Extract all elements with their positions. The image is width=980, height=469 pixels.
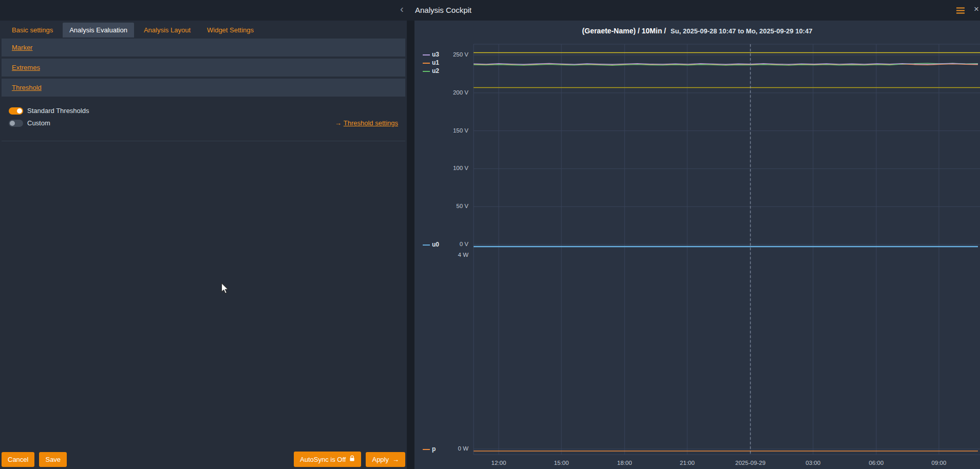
standard-thresholds-row: Standard Thresholds: [9, 107, 399, 115]
threshold-settings-link[interactable]: →Threshold settings: [335, 119, 398, 127]
custom-toggle[interactable]: [9, 120, 23, 127]
y-tick-label-power: 0 W: [458, 445, 469, 452]
legend-label-u3: u3: [432, 51, 439, 58]
apply-button[interactable]: Apply →: [366, 452, 405, 467]
y-tick-label-voltage: 0 V: [460, 241, 469, 247]
custom-label: Custom: [27, 119, 50, 127]
x-tick-label: 03:00: [806, 460, 821, 466]
page-title: Analysis Cockpit: [415, 6, 472, 14]
y-tick-label-voltage: 50 V: [456, 203, 468, 209]
settings-panel: Basic settingsAnalysis EvaluationAnalysi…: [0, 21, 407, 469]
legend-label-u1: u1: [432, 59, 439, 66]
section-marker[interactable]: Marker: [2, 39, 405, 57]
y-tick-label-voltage: 150 V: [453, 127, 468, 134]
standard-thresholds-toggle[interactable]: [9, 107, 23, 115]
section-threshold[interactable]: Threshold: [2, 79, 405, 97]
tab-basic-settings[interactable]: Basic settings: [5, 23, 60, 37]
x-tick-label: 06:00: [869, 460, 884, 466]
y-tick-label-voltage: 200 V: [453, 89, 468, 96]
x-tick-label: 09:00: [932, 460, 947, 466]
menu-icon[interactable]: [956, 7, 965, 16]
section-link-marker[interactable]: Marker: [12, 44, 32, 51]
chart-panel: (Geraete-Name) / 10Min / Su, 2025-09-28 …: [414, 21, 980, 469]
tab-analysis-evaluation[interactable]: Analysis Evaluation: [63, 23, 134, 37]
save-button[interactable]: Save: [39, 452, 67, 467]
y-tick-label-voltage: 100 V: [453, 165, 468, 171]
legend-label-u2: u2: [432, 67, 439, 74]
x-tick-label: 21:00: [680, 460, 695, 466]
cancel-button[interactable]: Cancel: [2, 452, 34, 467]
threshold-section-content: Standard Thresholds Custom →Threshold se…: [2, 99, 405, 141]
autosync-label: AutoSync is Off: [300, 456, 346, 463]
x-tick-label: 15:00: [554, 460, 569, 466]
settings-footer: Cancel Save AutoSync is Off Apply →: [0, 452, 407, 467]
arrow-right-icon: →: [392, 456, 399, 463]
x-tick-label: 2025-09-29: [736, 460, 766, 466]
section-link-threshold[interactable]: Threshold: [12, 84, 42, 91]
chart-title: (Geraete-Name) / 10Min / Su, 2025-09-28 …: [414, 27, 980, 35]
toggle-knob: [17, 108, 22, 114]
analysis-chart: 12:0015:0018:0021:002025-09-2903:0006:00…: [414, 21, 980, 469]
x-tick-label: 12:00: [492, 460, 506, 466]
lock-icon: [349, 455, 355, 463]
settings-tabs: Basic settingsAnalysis EvaluationAnalysi…: [0, 21, 407, 37]
tab-widget-settings[interactable]: Widget Settings: [200, 23, 260, 37]
standard-thresholds-label: Standard Thresholds: [27, 107, 89, 115]
tab-analysis-layout[interactable]: Analysis Layout: [137, 23, 197, 37]
settings-sections: MarkerExtremesThreshold: [0, 37, 407, 97]
apply-label: Apply: [372, 456, 389, 463]
y-tick-label-power: 4 W: [458, 252, 469, 258]
legend-label-u0: u0: [432, 241, 439, 248]
autosync-button[interactable]: AutoSync is Off: [294, 452, 361, 467]
legend-label-p: p: [432, 445, 436, 453]
section-link-extremes[interactable]: Extremes: [12, 64, 40, 71]
y-tick-label-voltage: 250 V: [453, 51, 468, 58]
toggle-knob: [10, 121, 15, 126]
arrow-right-icon: →: [335, 119, 342, 127]
chart-title-main: (Geraete-Name) / 10Min /: [582, 27, 666, 35]
section-extremes[interactable]: Extremes: [2, 59, 405, 77]
threshold-settings-link-label: Threshold settings: [344, 119, 398, 127]
chart-title-range: Su, 2025-09-28 10:47 to Mo, 2025-09-29 1…: [671, 27, 813, 35]
collapse-panel-icon[interactable]: ‹: [400, 4, 404, 14]
top-bar: ‹ Analysis Cockpit ×: [0, 0, 980, 21]
x-tick-label: 18:00: [617, 460, 632, 466]
close-icon[interactable]: ×: [974, 5, 979, 13]
